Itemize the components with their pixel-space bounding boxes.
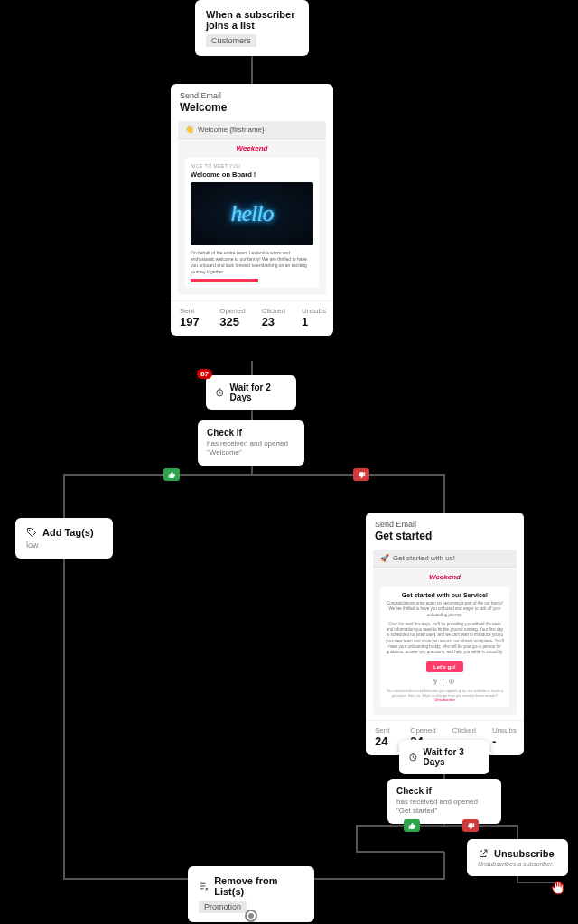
unsubscribe-title: Unsubscribe xyxy=(494,848,555,859)
stat-unsubs-label: Unsubs xyxy=(492,726,517,735)
list-remove-icon xyxy=(199,881,209,892)
condition-title: Check if xyxy=(207,428,295,438)
hero-image: hello xyxy=(191,182,313,245)
stat-unsubs-value: - xyxy=(492,735,517,748)
social-icons: 𝕪 f ◎ xyxy=(386,678,504,685)
automation-canvas[interactable]: When a subscriber joins a list Customers… xyxy=(0,0,578,924)
stat-clicked-label: Clicked xyxy=(452,726,476,735)
branch-no-icon xyxy=(462,819,479,832)
wait-label: Wait for 2 Days xyxy=(230,383,287,402)
preview-heading: Welcome on Board ! xyxy=(191,171,313,179)
stat-unsubs-value: 1 xyxy=(302,315,326,328)
email-title: Welcome xyxy=(180,101,324,114)
condition-node-1[interactable]: Check if has received and opened "Welcom… xyxy=(198,420,304,466)
hello-neon-text: hello xyxy=(231,200,274,227)
brand-logo: Weekend xyxy=(373,568,517,587)
accent-bar xyxy=(191,279,258,282)
add-tag-node[interactable]: Add Tag(s) low xyxy=(15,518,113,559)
preview-paragraph-2: Over the next few days, we'll be providi… xyxy=(386,622,504,656)
email-type-label: Send Email xyxy=(180,91,324,100)
condition-title: Check if xyxy=(396,786,492,796)
preview-heading: Get started with our Service! xyxy=(386,592,504,598)
condition-node-2[interactable]: Check if has received and opened "Get st… xyxy=(387,779,501,824)
wait-node-2[interactable]: Wait for 3 Days xyxy=(399,740,489,774)
trigger-list-pill: Customers xyxy=(206,34,256,47)
stat-sent-label: Sent xyxy=(375,726,394,735)
stat-opened-label: Opened xyxy=(410,726,435,735)
remove-list-pill: Promotion xyxy=(199,901,247,913)
email-type-label: Send Email xyxy=(375,520,515,529)
email-node-get-started[interactable]: Send Email Get started 🚀 Get started wit… xyxy=(366,513,524,755)
tag-icon xyxy=(26,527,37,538)
wait-count-badge: 87 xyxy=(197,369,212,379)
stop-hand-icon xyxy=(550,880,566,896)
email-stats: Sent197 Opened325 Clicked23 Unsubs1 xyxy=(171,300,333,336)
email-node-welcome[interactable]: Send Email Welcome 👋 Welcome {firstname}… xyxy=(171,84,333,336)
wait-label: Wait for 3 Days xyxy=(424,747,480,767)
trigger-title: When a subscriber joins a list xyxy=(206,9,298,31)
add-tag-value: low xyxy=(26,541,102,550)
preview-paragraph-1: Congratulations once again on becoming a… xyxy=(386,601,504,618)
cta-button: Let's go! xyxy=(426,661,463,672)
branch-no-icon xyxy=(353,468,369,481)
brand-logo: Weekend xyxy=(178,139,326,158)
add-tag-title: Add Tag(s) xyxy=(42,527,94,538)
stat-unsubs-label: Unsubs xyxy=(302,307,326,315)
email-subject: Welcome {firstname} xyxy=(198,125,265,134)
email-footer: You received this email because you sign… xyxy=(386,688,504,702)
stat-sent-value: 24 xyxy=(375,735,394,748)
remove-title: Remove from List(s) xyxy=(214,875,303,897)
branch-yes-icon xyxy=(404,819,420,832)
clock-icon xyxy=(408,752,418,762)
condition-desc: has received and opened "Welcome" xyxy=(207,439,295,458)
branch-yes-icon xyxy=(163,468,180,481)
condition-desc: has received and opened "Get started" xyxy=(396,798,492,817)
svg-point-9 xyxy=(29,530,31,531)
stat-opened-label: Opened xyxy=(219,307,245,315)
stat-clicked-value: 23 xyxy=(262,315,285,328)
email-preview: 👋 Welcome {firstname} Weekend NICE TO ME… xyxy=(178,121,326,295)
external-link-icon xyxy=(478,848,489,859)
stat-sent-label: Sent xyxy=(180,307,203,315)
wave-icon: 👋 xyxy=(185,125,194,134)
rocket-icon: 🚀 xyxy=(380,554,389,562)
preview-paragraph: On behalf of the entire team, I extend a… xyxy=(191,250,313,275)
stat-sent-value: 197 xyxy=(180,315,203,328)
email-title: Get started xyxy=(375,530,515,542)
stat-opened-value: 325 xyxy=(219,315,245,328)
email-subject: Get started with us! xyxy=(393,554,455,562)
unsubscribe-node[interactable]: Unsubscribe Unsubscribes a subscriber. xyxy=(467,839,568,876)
trigger-node[interactable]: When a subscriber joins a list Customers xyxy=(195,0,309,56)
email-preview: 🚀 Get started with us! Weekend Get start… xyxy=(373,550,517,715)
stat-clicked-label: Clicked xyxy=(262,307,285,315)
flow-end-icon xyxy=(245,910,257,922)
wait-node-1[interactable]: 87 Wait for 2 Days xyxy=(206,375,296,410)
preview-eyebrow: NICE TO MEET YOU xyxy=(191,163,313,169)
unsubscribe-desc: Unsubscribes a subscriber. xyxy=(478,861,557,867)
clock-icon xyxy=(215,387,225,398)
